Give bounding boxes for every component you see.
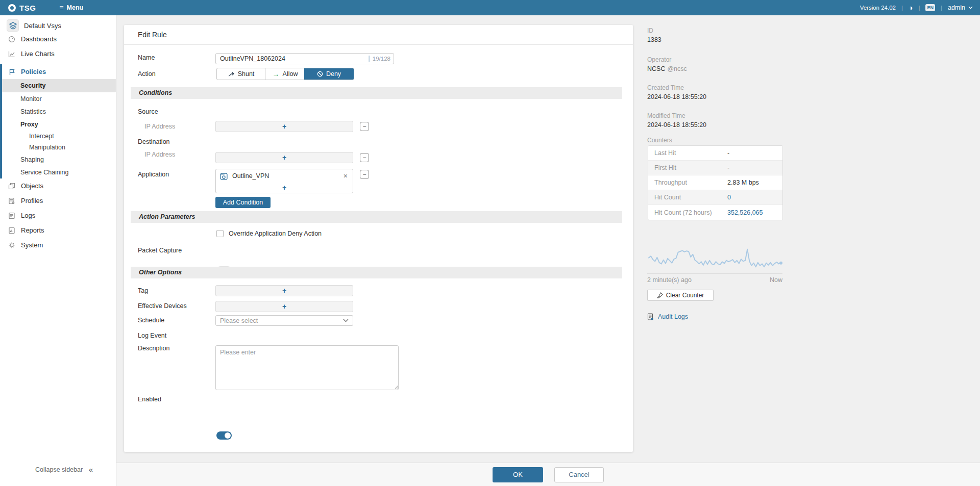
version-label: Version 24.02 bbox=[860, 5, 896, 11]
policies-group: Policies Security Monitor Statistics Pro… bbox=[0, 64, 116, 178]
sidebar-item-label: System bbox=[21, 241, 43, 249]
schedule-select[interactable]: Please select bbox=[215, 315, 353, 326]
sidebar-item-security[interactable]: Security bbox=[0, 79, 116, 92]
resize-handle[interactable] bbox=[395, 385, 399, 389]
sidebar-item-default-vsys[interactable]: Default Vsys bbox=[0, 15, 116, 32]
enabled-label: Enabled bbox=[138, 395, 161, 403]
topbar: TSG ≡ Menu Version 24.02 | ◑ | EN | admi… bbox=[0, 0, 980, 15]
clear-counter-button[interactable]: Clear Counter bbox=[647, 290, 714, 301]
sidebar: Default Vsys Dashboards Live Charts Poli… bbox=[0, 15, 116, 486]
minus-icon: − bbox=[362, 171, 366, 177]
brush-icon bbox=[657, 292, 663, 298]
enabled-toggle[interactable] bbox=[216, 431, 232, 440]
sidebar-item-profiles[interactable]: Profiles bbox=[0, 193, 116, 208]
destination-ip-add-button[interactable]: + bbox=[215, 152, 353, 163]
counter-row-value: - bbox=[727, 149, 729, 157]
action-shunt-button[interactable]: Shunt bbox=[217, 68, 265, 80]
cancel-button[interactable]: Cancel bbox=[554, 467, 604, 482]
hit-count-link[interactable]: 0 bbox=[727, 194, 731, 201]
action-label: Action bbox=[138, 70, 156, 78]
application-icon bbox=[220, 172, 228, 180]
source-remove-button[interactable]: − bbox=[360, 122, 369, 131]
logs-icon bbox=[8, 212, 15, 219]
other-options-section-header: Other Options bbox=[131, 267, 622, 278]
application-label: Application bbox=[138, 170, 169, 178]
application-remove-button[interactable]: − bbox=[360, 170, 369, 179]
sidebar-item-policies[interactable]: Policies bbox=[0, 64, 116, 79]
created-time-label: Created Time bbox=[647, 84, 684, 91]
sidebar-item-label: Proxy bbox=[20, 121, 38, 128]
sidebar-item-label: Objects bbox=[21, 182, 43, 190]
destination-ip-label: IP Address bbox=[144, 150, 175, 159]
effective-devices-label: Effective Devices bbox=[138, 302, 187, 310]
sidebar-item-intercept[interactable]: Intercept bbox=[0, 131, 116, 142]
counter-row-label: First Hit bbox=[648, 164, 727, 171]
sidebar-item-logs[interactable]: Logs bbox=[0, 208, 116, 223]
layers-icon bbox=[7, 19, 19, 32]
schedule-placeholder: Please select bbox=[220, 317, 258, 324]
override-checkbox[interactable] bbox=[216, 230, 224, 237]
name-input[interactable] bbox=[216, 55, 369, 63]
override-row: Override Application Deny Action bbox=[216, 229, 322, 238]
hit-count-72h-link[interactable]: 352,526,065 bbox=[727, 209, 763, 216]
sidebar-item-label: Intercept bbox=[29, 133, 54, 140]
action-deny-button[interactable]: Deny bbox=[304, 68, 354, 80]
sidebar-item-live-charts[interactable]: Live Charts bbox=[0, 46, 116, 61]
menu-button[interactable]: ≡ Menu bbox=[59, 4, 83, 11]
flag-icon bbox=[8, 68, 15, 75]
sparkline-axis bbox=[647, 273, 782, 274]
name-field: 19/128 bbox=[215, 53, 394, 64]
effective-devices-add-button[interactable]: + bbox=[215, 301, 353, 312]
close-icon[interactable]: × bbox=[344, 172, 348, 180]
sidebar-item-shaping[interactable]: Shaping bbox=[0, 153, 116, 166]
modified-time-label: Modified Time bbox=[647, 112, 685, 119]
hit-sparkline-chart bbox=[647, 247, 782, 272]
plus-icon: + bbox=[282, 287, 286, 294]
destination-remove-button[interactable]: − bbox=[360, 153, 369, 162]
objects-icon bbox=[8, 183, 15, 190]
divider: | bbox=[918, 5, 920, 11]
language-badge[interactable]: EN bbox=[925, 4, 935, 11]
description-textarea[interactable] bbox=[215, 345, 399, 390]
divider: | bbox=[901, 5, 903, 11]
chevron-down-icon bbox=[968, 6, 973, 9]
operator-label: Operator bbox=[647, 56, 671, 63]
sidebar-item-service-chaining[interactable]: Service Chaining bbox=[0, 166, 116, 178]
table-row: Hit Count 0 bbox=[648, 190, 782, 205]
sidebar-item-dashboards[interactable]: Dashboards bbox=[0, 32, 116, 46]
source-ip-add-button[interactable]: + bbox=[215, 121, 353, 132]
sidebar-item-label: Statistics bbox=[20, 108, 46, 115]
application-add-button[interactable]: + bbox=[216, 183, 353, 193]
divider: | bbox=[941, 5, 942, 11]
tsg-logo-icon bbox=[8, 4, 16, 12]
sidebar-item-label: Shaping bbox=[20, 156, 44, 163]
plus-icon: + bbox=[282, 303, 286, 310]
add-condition-button[interactable]: Add Condition bbox=[215, 197, 271, 208]
user-menu[interactable]: admin bbox=[948, 4, 973, 11]
counter-row-label: Hit Count bbox=[648, 194, 727, 201]
theme-icon[interactable]: ◑ bbox=[909, 4, 913, 11]
minus-icon: − bbox=[362, 123, 366, 130]
action-allow-button[interactable]: → Allow bbox=[265, 68, 304, 80]
sidebar-item-reports[interactable]: Reports bbox=[0, 223, 116, 238]
operator-name: NCSC bbox=[647, 65, 665, 72]
topbar-right: Version 24.02 | ◑ | EN | admin bbox=[860, 4, 973, 11]
action-parameters-section-header: Action Parameters bbox=[131, 211, 622, 223]
sidebar-item-proxy[interactable]: Proxy bbox=[0, 118, 116, 131]
tag-add-button[interactable]: + bbox=[215, 285, 353, 296]
sidebar-item-objects[interactable]: Objects bbox=[0, 178, 116, 193]
sidebar-item-manipulation[interactable]: Manipulation bbox=[0, 142, 116, 153]
audit-logs-link[interactable]: Audit Logs bbox=[647, 313, 688, 320]
sidebar-item-label: Manipulation bbox=[29, 144, 65, 151]
collapse-sidebar-button[interactable]: Collapse sidebar « bbox=[0, 465, 116, 474]
clear-counter-label: Clear Counter bbox=[666, 292, 704, 299]
ok-button[interactable]: OK bbox=[493, 467, 543, 482]
tsg-logo[interactable]: TSG bbox=[8, 4, 36, 12]
sidebar-item-statistics[interactable]: Statistics bbox=[0, 105, 116, 118]
sidebar-item-label: Logs bbox=[21, 212, 35, 219]
destination-label: Destination bbox=[138, 138, 170, 146]
plus-icon: + bbox=[282, 184, 286, 191]
sidebar-item-monitor[interactable]: Monitor bbox=[0, 92, 116, 105]
sidebar-item-system[interactable]: System bbox=[0, 238, 116, 252]
application-chip-label: Outline_VPN bbox=[232, 172, 269, 180]
